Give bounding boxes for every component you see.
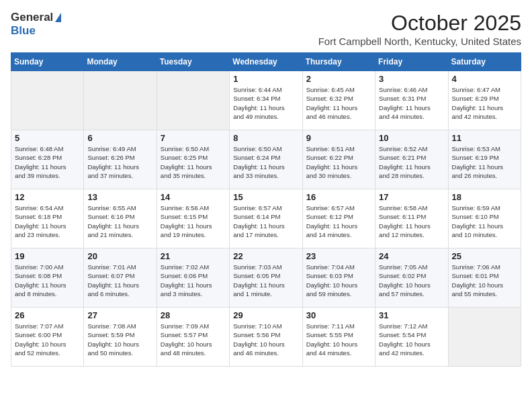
day-info: Sunrise: 6:50 AM Sunset: 6:24 PM Dayligh… (233, 144, 298, 180)
calendar-cell: 23Sunrise: 7:04 AM Sunset: 6:03 PM Dayli… (302, 248, 375, 308)
day-info: Sunrise: 6:52 AM Sunset: 6:21 PM Dayligh… (379, 144, 444, 180)
day-info: Sunrise: 6:44 AM Sunset: 6:34 PM Dayligh… (233, 85, 298, 121)
calendar-cell: 4Sunrise: 6:47 AM Sunset: 6:29 PM Daylig… (448, 71, 521, 130)
day-number: 4 (452, 74, 517, 84)
calendar-cell: 24Sunrise: 7:05 AM Sunset: 6:02 PM Dayli… (375, 248, 448, 308)
day-info: Sunrise: 6:55 AM Sunset: 6:16 PM Dayligh… (87, 203, 152, 239)
day-number: 3 (379, 74, 444, 84)
calendar-cell: 6Sunrise: 6:49 AM Sunset: 6:26 PM Daylig… (84, 130, 157, 189)
calendar-cell: 17Sunrise: 6:58 AM Sunset: 6:11 PM Dayli… (375, 189, 448, 248)
col-header-thursday: Thursday (302, 53, 375, 71)
day-number: 24 (379, 251, 444, 261)
calendar-cell: 29Sunrise: 7:10 AM Sunset: 5:56 PM Dayli… (230, 308, 302, 367)
calendar-cell: 30Sunrise: 7:11 AM Sunset: 5:55 PM Dayli… (302, 308, 375, 367)
day-number: 10 (379, 133, 444, 143)
calendar-cell: 18Sunrise: 6:59 AM Sunset: 6:10 PM Dayli… (448, 189, 521, 248)
calendar-week-row: 5Sunrise: 6:48 AM Sunset: 6:28 PM Daylig… (11, 130, 521, 189)
day-info: Sunrise: 6:53 AM Sunset: 6:19 PM Dayligh… (452, 144, 517, 180)
day-info: Sunrise: 6:48 AM Sunset: 6:28 PM Dayligh… (15, 144, 80, 180)
calendar-cell: 11Sunrise: 6:53 AM Sunset: 6:19 PM Dayli… (448, 130, 521, 189)
day-number: 23 (306, 251, 371, 261)
day-info: Sunrise: 7:06 AM Sunset: 6:01 PM Dayligh… (452, 263, 517, 298)
day-info: Sunrise: 7:09 AM Sunset: 5:57 PM Dayligh… (161, 322, 226, 357)
day-info: Sunrise: 7:11 AM Sunset: 5:55 PM Dayligh… (306, 322, 371, 357)
day-number: 17 (379, 192, 444, 202)
day-number: 1 (233, 74, 298, 84)
day-number: 14 (161, 192, 226, 202)
day-info: Sunrise: 6:45 AM Sunset: 6:32 PM Dayligh… (306, 85, 371, 121)
calendar-cell: 28Sunrise: 7:09 AM Sunset: 5:57 PM Dayli… (157, 308, 229, 367)
day-number: 9 (306, 133, 371, 143)
logo: General Blue (11, 11, 61, 38)
calendar-cell: 5Sunrise: 6:48 AM Sunset: 6:28 PM Daylig… (11, 130, 84, 189)
location-title: Fort Campbell North, Kentucky, United St… (318, 36, 521, 47)
day-info: Sunrise: 7:10 AM Sunset: 5:56 PM Dayligh… (233, 322, 298, 357)
col-header-monday: Monday (84, 53, 157, 71)
col-header-saturday: Saturday (448, 53, 521, 71)
day-info: Sunrise: 7:02 AM Sunset: 6:06 PM Dayligh… (161, 263, 226, 298)
calendar-cell: 31Sunrise: 7:12 AM Sunset: 5:54 PM Dayli… (375, 308, 448, 367)
calendar-cell: 20Sunrise: 7:01 AM Sunset: 6:07 PM Dayli… (84, 248, 157, 308)
day-info: Sunrise: 6:57 AM Sunset: 6:12 PM Dayligh… (306, 203, 371, 239)
calendar-cell (84, 71, 157, 130)
calendar-week-row: 1Sunrise: 6:44 AM Sunset: 6:34 PM Daylig… (11, 71, 521, 130)
calendar-week-row: 26Sunrise: 7:07 AM Sunset: 6:00 PM Dayli… (11, 308, 521, 367)
logo-blue-text: Blue (11, 24, 36, 37)
calendar-cell (157, 71, 229, 130)
day-info: Sunrise: 7:08 AM Sunset: 5:59 PM Dayligh… (87, 322, 152, 357)
day-info: Sunrise: 6:51 AM Sunset: 6:22 PM Dayligh… (306, 144, 371, 180)
calendar-week-row: 19Sunrise: 7:00 AM Sunset: 6:08 PM Dayli… (11, 248, 521, 308)
logo-arrow-icon (55, 13, 61, 22)
calendar-cell: 9Sunrise: 6:51 AM Sunset: 6:22 PM Daylig… (302, 130, 375, 189)
day-number: 16 (306, 192, 371, 202)
col-header-friday: Friday (375, 53, 448, 71)
day-number: 5 (15, 133, 80, 143)
title-section: October 2025 Fort Campbell North, Kentuc… (318, 11, 521, 47)
page-header: General Blue October 2025 Fort Campbell … (11, 11, 521, 47)
day-info: Sunrise: 6:46 AM Sunset: 6:31 PM Dayligh… (379, 85, 444, 121)
day-number: 7 (161, 133, 226, 143)
col-header-wednesday: Wednesday (230, 53, 302, 71)
day-info: Sunrise: 7:00 AM Sunset: 6:08 PM Dayligh… (15, 263, 80, 298)
day-number: 20 (87, 251, 152, 261)
calendar-cell (11, 71, 84, 130)
col-header-tuesday: Tuesday (157, 53, 229, 71)
day-info: Sunrise: 6:49 AM Sunset: 6:26 PM Dayligh… (87, 144, 152, 180)
day-number: 11 (452, 133, 517, 143)
day-number: 8 (233, 133, 298, 143)
day-number: 22 (233, 251, 298, 261)
day-info: Sunrise: 6:59 AM Sunset: 6:10 PM Dayligh… (452, 203, 517, 239)
calendar-cell: 21Sunrise: 7:02 AM Sunset: 6:06 PM Dayli… (157, 248, 229, 308)
calendar-cell: 8Sunrise: 6:50 AM Sunset: 6:24 PM Daylig… (230, 130, 302, 189)
calendar-cell: 1Sunrise: 6:44 AM Sunset: 6:34 PM Daylig… (230, 71, 302, 130)
day-number: 6 (87, 133, 152, 143)
day-number: 26 (15, 310, 80, 320)
calendar-cell: 2Sunrise: 6:45 AM Sunset: 6:32 PM Daylig… (302, 71, 375, 130)
calendar-cell: 10Sunrise: 6:52 AM Sunset: 6:21 PM Dayli… (375, 130, 448, 189)
logo-general-text: General (11, 11, 53, 24)
day-info: Sunrise: 7:03 AM Sunset: 6:05 PM Dayligh… (233, 263, 298, 298)
day-number: 12 (15, 192, 80, 202)
day-number: 29 (233, 310, 298, 320)
calendar-cell: 22Sunrise: 7:03 AM Sunset: 6:05 PM Dayli… (230, 248, 302, 308)
day-number: 13 (87, 192, 152, 202)
day-info: Sunrise: 6:47 AM Sunset: 6:29 PM Dayligh… (452, 85, 517, 121)
day-number: 28 (161, 310, 226, 320)
calendar-cell: 25Sunrise: 7:06 AM Sunset: 6:01 PM Dayli… (448, 248, 521, 308)
calendar-header-row: SundayMondayTuesdayWednesdayThursdayFrid… (11, 53, 521, 71)
calendar-cell: 7Sunrise: 6:50 AM Sunset: 6:25 PM Daylig… (157, 130, 229, 189)
day-info: Sunrise: 6:54 AM Sunset: 6:18 PM Dayligh… (15, 203, 80, 239)
calendar-cell: 15Sunrise: 6:57 AM Sunset: 6:14 PM Dayli… (230, 189, 302, 248)
calendar-cell: 13Sunrise: 6:55 AM Sunset: 6:16 PM Dayli… (84, 189, 157, 248)
day-number: 27 (87, 310, 152, 320)
day-info: Sunrise: 6:50 AM Sunset: 6:25 PM Dayligh… (161, 144, 226, 180)
calendar-cell: 14Sunrise: 6:56 AM Sunset: 6:15 PM Dayli… (157, 189, 229, 248)
calendar-cell: 16Sunrise: 6:57 AM Sunset: 6:12 PM Dayli… (302, 189, 375, 248)
day-info: Sunrise: 6:57 AM Sunset: 6:14 PM Dayligh… (233, 203, 298, 239)
calendar-cell: 27Sunrise: 7:08 AM Sunset: 5:59 PM Dayli… (84, 308, 157, 367)
day-number: 31 (379, 310, 444, 320)
day-info: Sunrise: 7:12 AM Sunset: 5:54 PM Dayligh… (379, 322, 444, 357)
calendar-cell (448, 308, 521, 367)
day-number: 25 (452, 251, 517, 261)
day-info: Sunrise: 7:04 AM Sunset: 6:03 PM Dayligh… (306, 263, 371, 298)
